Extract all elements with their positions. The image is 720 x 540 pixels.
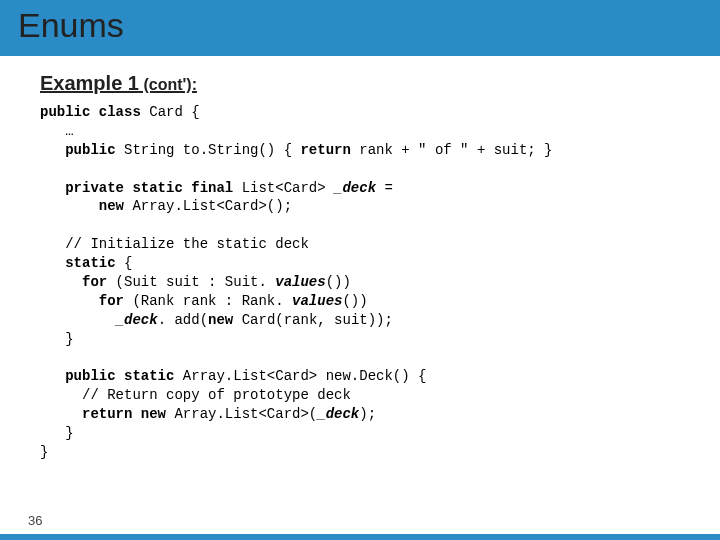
comment: // Initialize the static deck: [40, 236, 309, 252]
field: _deck: [317, 406, 359, 422]
kw: static: [40, 255, 116, 271]
page-title: Enums: [18, 6, 124, 45]
txt: ()): [326, 274, 351, 290]
kw: new: [208, 312, 233, 328]
txt: }: [40, 331, 74, 347]
kw: public static: [40, 368, 174, 384]
kw: public class: [40, 104, 141, 120]
txt: List<Card>: [233, 180, 334, 196]
kw: for: [40, 293, 124, 309]
slide: Enums Example 1 (cont'): public class Ca…: [0, 0, 720, 540]
kw: return: [300, 142, 350, 158]
txt: (Suit suit : Suit.: [107, 274, 275, 290]
txt: (Rank rank : Rank.: [124, 293, 292, 309]
txt: }: [40, 425, 74, 441]
subtitle: Example 1 (cont'):: [40, 72, 700, 95]
code-block: public class Card { … public String to.S…: [40, 103, 700, 462]
txt: {: [116, 255, 133, 271]
txt: String to.String() {: [116, 142, 301, 158]
method: values: [292, 293, 342, 309]
txt: . add(: [158, 312, 208, 328]
subtitle-cont: (cont'):: [139, 76, 197, 93]
txt: }: [40, 444, 48, 460]
slide-content: Example 1 (cont'): public class Card { ……: [40, 72, 700, 462]
txt: [40, 312, 116, 328]
txt: Card(rank, suit));: [233, 312, 393, 328]
field: _deck: [334, 180, 376, 196]
kw: for: [40, 274, 107, 290]
txt: =: [376, 180, 393, 196]
txt: Card {: [141, 104, 200, 120]
txt: Array.List<Card>();: [124, 198, 292, 214]
kw: return new: [40, 406, 166, 422]
kw: private static final: [40, 180, 233, 196]
txt: Array.List<Card> new.Deck() {: [174, 368, 426, 384]
slide-number: 36: [28, 513, 42, 528]
bottom-band: [0, 534, 720, 540]
comment: // Return copy of prototype deck: [40, 387, 351, 403]
txt: Array.List<Card>(: [166, 406, 317, 422]
subtitle-main: Example 1: [40, 72, 139, 94]
txt: …: [40, 123, 74, 139]
txt: );: [359, 406, 376, 422]
method: values: [275, 274, 325, 290]
txt: rank + " of " + suit; }: [351, 142, 553, 158]
field: _deck: [116, 312, 158, 328]
kw: public: [40, 142, 116, 158]
kw: new: [40, 198, 124, 214]
txt: ()): [342, 293, 367, 309]
